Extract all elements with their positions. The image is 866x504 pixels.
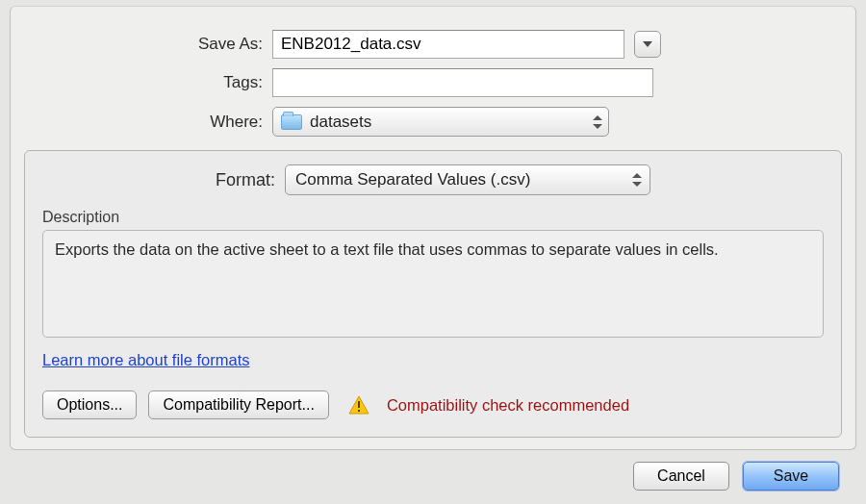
format-label: Format: — [216, 170, 275, 190]
save-as-label: Save As: — [24, 35, 272, 54]
description-box: Exports the data on the active sheet to … — [42, 230, 824, 338]
dialog-buttons: Cancel Save — [633, 462, 839, 491]
tags-row: Tags: — [24, 68, 842, 97]
where-label: Where: — [24, 113, 272, 132]
svg-rect-7 — [358, 410, 360, 412]
svg-marker-2 — [593, 124, 602, 129]
popup-arrows-icon — [593, 115, 602, 129]
compatibility-warning-text: Compatibility check recommended — [387, 396, 629, 415]
options-button[interactable]: Options... — [42, 391, 137, 419]
svg-marker-0 — [643, 41, 652, 47]
save-as-row: Save As: — [24, 30, 842, 59]
save-button[interactable]: Save — [743, 462, 839, 491]
tags-label: Tags: — [24, 73, 272, 92]
format-row: Format: Comma Separated Values (.csv) — [42, 164, 824, 195]
panel-buttons-row: Options... Compatibility Report... Compa… — [42, 391, 824, 419]
format-panel: Format: Comma Separated Values (.csv) De… — [24, 150, 842, 438]
svg-marker-3 — [632, 173, 642, 178]
learn-more-link[interactable]: Learn more about file formats — [42, 351, 250, 369]
chevron-down-icon — [642, 40, 653, 48]
where-folder-name: datasets — [310, 113, 371, 132]
cancel-button[interactable]: Cancel — [633, 462, 729, 491]
folder-icon — [281, 114, 302, 130]
where-popup[interactable]: datasets — [272, 107, 609, 137]
description-text: Exports the data on the active sheet to … — [55, 240, 811, 259]
svg-rect-6 — [358, 401, 360, 408]
save-sheet: Save As: Tags: Where: datasets — [10, 6, 856, 450]
save-form: Save As: Tags: Where: datasets — [24, 30, 842, 137]
save-as-input[interactable] — [272, 30, 624, 59]
popup-arrows-icon — [632, 173, 642, 187]
svg-marker-1 — [593, 115, 602, 120]
where-row: Where: datasets — [24, 107, 842, 137]
compatibility-report-button[interactable]: Compatibility Report... — [148, 391, 328, 419]
tags-input[interactable] — [272, 68, 653, 97]
expand-disclosure-button[interactable] — [634, 31, 661, 58]
description-header: Description — [42, 209, 824, 226]
svg-marker-4 — [632, 182, 642, 187]
format-value: Comma Separated Values (.csv) — [295, 170, 530, 189]
warning-icon — [348, 395, 369, 415]
format-popup[interactable]: Comma Separated Values (.csv) — [285, 164, 650, 195]
